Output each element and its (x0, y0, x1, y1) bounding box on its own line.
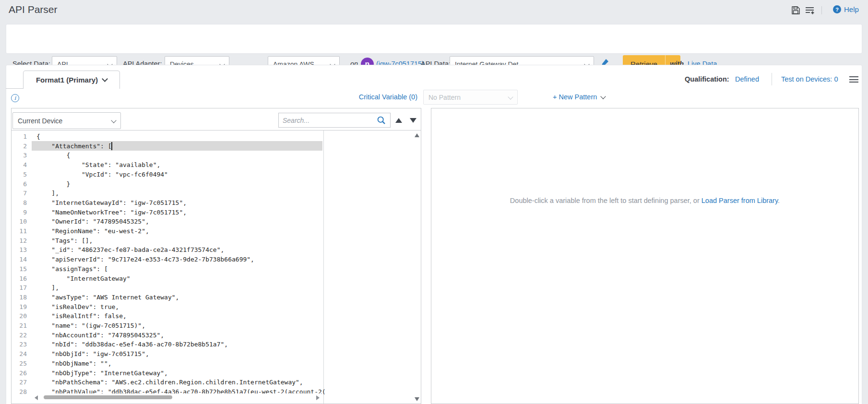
tab-baseline (6, 88, 24, 89)
qualification-divider (772, 73, 772, 85)
vertical-scrollbar[interactable] (413, 131, 421, 404)
pattern-dropdown-disabled: No Pattern (423, 90, 518, 105)
critical-variable-link[interactable]: Critical Variable (0) (297, 93, 417, 101)
search-input[interactable] (283, 117, 377, 124)
info-icon[interactable]: i (11, 94, 19, 102)
code-content[interactable]: { "Attachments": [ { "State": "available… (36, 132, 326, 397)
chevron-down-icon (508, 94, 513, 99)
text-cursor (111, 142, 112, 150)
chevron-down-icon (102, 76, 108, 82)
scroll-right-icon[interactable] (316, 395, 320, 400)
scroll-left-icon[interactable] (35, 395, 38, 400)
qualification-label: Qualification: (685, 75, 729, 83)
save-icon[interactable] (791, 5, 801, 15)
find-previous-button[interactable] (395, 118, 402, 123)
scroll-down-icon[interactable] (415, 397, 419, 401)
help-icon: ? (833, 5, 841, 13)
horizontal-scroll-thumb[interactable] (44, 395, 172, 399)
device-scope-dropdown[interactable]: Current Device (12, 112, 121, 129)
chevron-down-icon (111, 118, 116, 123)
search-icon[interactable] (377, 116, 386, 125)
help-label: Help (844, 5, 859, 13)
save-as-list-icon[interactable] (805, 5, 815, 15)
code-editor[interactable]: 1 2 3 4 5 6 7 8 9 10 11 12 13 14 15 16 1… (12, 130, 421, 404)
toolbar: Select Data: API API Adapter: Devices Am… (6, 24, 862, 54)
editor-gutter: 1 2 3 4 5 6 7 8 9 10 11 12 13 14 15 16 1… (12, 132, 32, 397)
find-next-button[interactable] (410, 118, 416, 123)
search-box (278, 113, 391, 128)
header-divider (821, 6, 822, 14)
empty-state-hint: Double-click a variable from the left to… (431, 197, 858, 204)
new-pattern-button[interactable]: + New Pattern (553, 93, 605, 101)
test-on-devices-link[interactable]: Test on Devices: 0 (781, 75, 838, 83)
tab-format1-primary[interactable]: Format1 (Primary) (23, 71, 120, 89)
qualification-defined-link[interactable]: Defined (735, 75, 759, 83)
load-parser-from-library-link[interactable]: Load Parser from Library (702, 197, 778, 204)
help-button[interactable]: ? Help (833, 5, 859, 13)
scroll-up-icon[interactable] (415, 133, 419, 137)
horizontal-scrollbar[interactable] (33, 393, 321, 401)
parser-definition-panel: Double-click a variable from the left to… (431, 108, 859, 404)
menu-icon[interactable] (849, 76, 858, 84)
chevron-down-icon (601, 94, 606, 99)
sample-data-panel: Current Device 1 2 3 4 5 6 7 8 9 10 11 1… (11, 108, 421, 404)
page-title: API Parser (9, 4, 58, 15)
